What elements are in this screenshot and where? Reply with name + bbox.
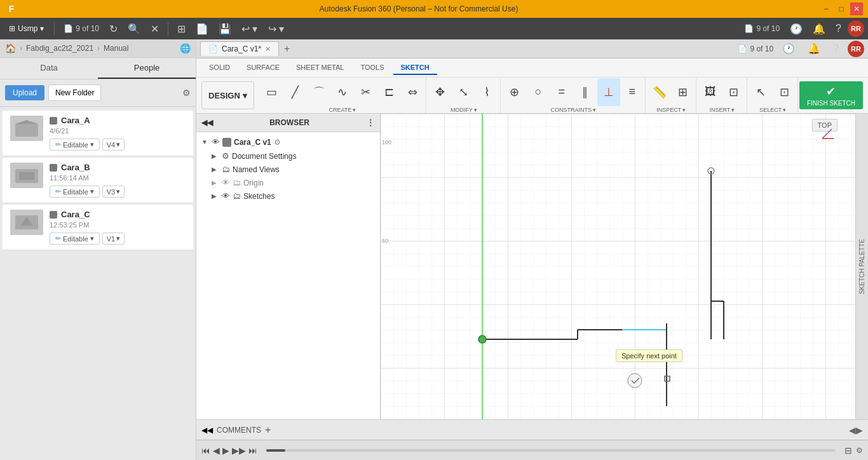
finish-sketch-button[interactable]: ✔ FINISH SKETCH: [799, 81, 863, 109]
undo-icon[interactable]: ↩ ▾: [238, 20, 261, 37]
list-item[interactable]: Cara_A 4/6/21 ✏ Editable ▾ V4 ▾: [3, 111, 193, 156]
section-tool[interactable]: ⊞: [672, 78, 695, 106]
design-dropdown[interactable]: DESIGN ▾: [201, 81, 254, 109]
version-badge-1[interactable]: V3 ▾: [102, 186, 125, 198]
equal-tool[interactable]: =: [550, 78, 573, 106]
user-menu[interactable]: ⊞ Usmp ▾: [4, 22, 49, 36]
version-badge-2[interactable]: V1 ▾: [102, 233, 125, 245]
timeline-back-start[interactable]: ⏮: [201, 445, 210, 456]
insert-image-tool[interactable]: 🖼: [699, 78, 722, 106]
collapse-icon[interactable]: ◀▶: [849, 425, 863, 435]
modify-group-label[interactable]: MODIFY ▾: [451, 107, 477, 113]
browser-options-icon[interactable]: ⋮: [366, 118, 375, 128]
tab-surface[interactable]: SURFACE: [239, 61, 287, 75]
close-doc-button[interactable]: ✕: [147, 20, 163, 37]
tab-solid[interactable]: SOLID: [201, 61, 238, 75]
version-badge-0[interactable]: V4 ▾: [102, 139, 125, 151]
redo-icon[interactable]: ↪ ▾: [264, 20, 288, 37]
collapse-icon[interactable]: ◀◀: [201, 118, 213, 127]
scale-tool[interactable]: ⤡: [452, 78, 475, 106]
constraints-group-label[interactable]: CONSTRAINTS ▾: [551, 107, 597, 113]
select-group-label[interactable]: SELECT ▾: [759, 107, 786, 113]
window-select-tool[interactable]: ⊡: [773, 78, 796, 106]
fix-tool[interactable]: ≡: [621, 78, 644, 106]
editable-badge-0[interactable]: ✏ Editable ▾: [50, 139, 100, 151]
tangent-tool[interactable]: ○: [527, 78, 550, 106]
tab-people[interactable]: People: [98, 58, 196, 79]
create-group-label[interactable]: CREATE ▾: [329, 107, 356, 113]
parallel-tool[interactable]: ∥: [574, 78, 597, 106]
timeline-forward-step[interactable]: ▶▶: [232, 445, 246, 456]
minimize-button[interactable]: −: [820, 3, 832, 15]
help-icon[interactable]: ?: [832, 20, 845, 37]
file-type-icon: [50, 164, 57, 172]
move-tool[interactable]: ✥: [429, 78, 452, 106]
line-tool[interactable]: ╱: [284, 78, 307, 106]
sketch-canvas[interactable]: 100 50: [381, 114, 855, 419]
add-comment-icon[interactable]: +: [265, 424, 271, 436]
rect-sketch-tool[interactable]: ▭: [261, 78, 283, 106]
inspect-group-label[interactable]: INSPECT ▾: [656, 107, 686, 113]
grid-icon[interactable]: ⊞: [173, 20, 189, 37]
split-tool[interactable]: ⌇: [476, 78, 499, 106]
timeline-settings-icon[interactable]: ⚙: [856, 446, 863, 455]
perpendicular-tool[interactable]: ⊥: [597, 78, 620, 106]
maximize-button[interactable]: □: [835, 3, 848, 15]
history-icon[interactable]: 🕐: [786, 20, 806, 37]
tab-sheet-metal[interactable]: SHEET METAL: [288, 61, 351, 75]
timeline-play[interactable]: ▶: [222, 445, 229, 456]
expand-arrow-icon: ▶: [212, 193, 219, 200]
new-doc-icon[interactable]: 📄: [192, 20, 212, 37]
search-button[interactable]: 🔍: [124, 20, 144, 37]
tab-help-icon[interactable]: ?: [829, 41, 843, 57]
breadcrumb-manual[interactable]: Manual: [104, 44, 128, 53]
timeline-forward-end[interactable]: ⏭: [248, 445, 257, 456]
tree-options-icon[interactable]: ⚙: [274, 138, 281, 147]
tab-tools[interactable]: TOOLS: [353, 61, 391, 75]
editable-badge-1[interactable]: ✏ Editable ▾: [50, 186, 100, 198]
insert-dxf-tool[interactable]: ⊡: [722, 78, 745, 106]
tree-item-cara-c[interactable]: ▼ 👁 Cara_C v1 ⚙: [196, 135, 380, 149]
timeline-back-step[interactable]: ◀: [213, 445, 220, 456]
close-button[interactable]: ✕: [850, 3, 863, 15]
checkmark-icon: ✔: [826, 85, 836, 98]
collapse-comments-icon[interactable]: ◀◀: [201, 426, 213, 435]
avatar[interactable]: RR: [848, 20, 864, 37]
list-item[interactable]: Cara_B 11:56:14 AM ✏ Editable ▾ V3 ▾: [3, 158, 193, 203]
coincident-tool[interactable]: ⊕: [503, 78, 526, 106]
tree-item-origin[interactable]: ▶ 👁 🗂 Origin: [196, 176, 380, 189]
editable-badge-2[interactable]: ✏ Editable ▾: [50, 233, 100, 245]
tree-item-named-views[interactable]: ▶ 🗂 Named Views: [196, 163, 380, 176]
globe-icon[interactable]: 🌐: [180, 43, 191, 53]
insert-group-label[interactable]: INSERT ▾: [709, 107, 735, 113]
tab-data[interactable]: Data: [0, 58, 98, 79]
tree-item-doc-settings[interactable]: ▶ ⚙ Document Settings: [196, 149, 380, 163]
trim-tool[interactable]: ✂: [355, 78, 377, 106]
palette-label[interactable]: SKETCH PALETTE: [858, 239, 865, 294]
new-folder-button[interactable]: New Folder: [48, 85, 101, 101]
arc-tool[interactable]: ⌒: [308, 78, 330, 106]
tab-notification-icon[interactable]: 🔔: [804, 40, 824, 57]
upload-button[interactable]: Upload: [5, 85, 44, 100]
breadcrumb-fabdig[interactable]: Fabdig_ac2t2_2021: [26, 44, 93, 53]
refresh-button[interactable]: ↻: [105, 20, 121, 37]
timeline-track[interactable]: [266, 449, 836, 452]
add-tab-button[interactable]: +: [279, 41, 295, 57]
notification-icon[interactable]: 🔔: [809, 20, 829, 37]
tree-item-sketches[interactable]: ▶ 👁 🗂 Sketches: [196, 189, 380, 203]
spline-tool[interactable]: ∿: [331, 78, 354, 106]
measure-tool[interactable]: 📏: [648, 78, 671, 106]
select-tool[interactable]: ↖: [750, 78, 773, 106]
settings-icon[interactable]: ⚙: [182, 88, 191, 98]
tab-avatar[interactable]: RR: [848, 41, 864, 57]
timeline-history-icon[interactable]: ⊟: [844, 445, 852, 456]
mirror-tool[interactable]: ⇔: [402, 78, 424, 106]
offset-tool[interactable]: ⊏: [378, 78, 401, 106]
list-item[interactable]: Cara_C 12:53:25 PM ✏ Editable ▾ V1 ▾: [3, 205, 193, 250]
tab-history-icon[interactable]: 🕐: [778, 40, 799, 57]
tab-sketch[interactable]: SKETCH: [393, 61, 437, 75]
tab-close-button[interactable]: ✕: [265, 45, 271, 53]
save-icon[interactable]: 💾: [215, 20, 235, 37]
doc-tab-active[interactable]: 📄 Cara_C v1* ✕: [200, 41, 279, 56]
home-icon[interactable]: 🏠: [5, 43, 16, 53]
